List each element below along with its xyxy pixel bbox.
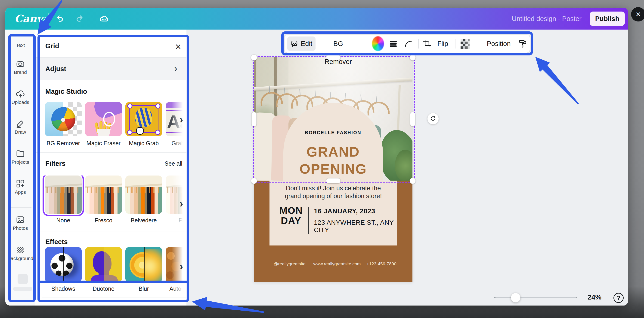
redo-button[interactable] [73,12,86,25]
cloud-sync-icon [99,14,108,23]
redo-icon [75,14,84,23]
poster-body-line2: grand opening of our fashion store! [270,193,397,200]
cloud-sync-button[interactable] [98,12,110,25]
help-button[interactable]: ? [614,293,624,303]
header-divider [92,13,92,24]
resize-handle-bottom-right[interactable] [410,178,416,184]
undo-icon [56,14,65,23]
poster-day-line1: MON [276,205,306,216]
zoom-slider-thumb[interactable] [511,293,520,303]
publish-button[interactable]: Publish [590,11,625,26]
zoom-track-end-dot [576,297,578,298]
poster-day-line2: DAY [276,216,306,226]
annotation-box-toolbar [281,31,533,55]
rotate-handle[interactable] [427,113,439,125]
header-divider [48,13,49,24]
header-bar: Canva Untitled design - Poster Publish [5,8,628,29]
rotate-icon [430,116,436,122]
annotation-box-panel [38,35,189,302]
resize-handle-bottom[interactable] [326,178,340,183]
annotation-line-panel-bottom [38,281,189,283]
resize-handle-right[interactable] [410,112,415,126]
image-selection-border [253,56,415,183]
poster-address: 123 ANYWHERE ST., ANY CITY [314,219,397,234]
resize-handle-left[interactable] [252,112,256,126]
close-window-button[interactable]: × [631,7,644,21]
poster-social-handle: @reallygreatsite [262,261,317,267]
poster-phone: +123-456-7890 [354,261,409,267]
poster-body-line1: Don't miss it! Join us celebrate the [270,185,397,192]
undo-button[interactable] [54,12,66,25]
document-title[interactable]: Untitled design - Poster [510,15,584,22]
zoom-slider-track[interactable] [494,297,577,298]
poster-info-panel: Don't miss it! Join us celebrate the gra… [270,181,397,245]
zoom-level-label[interactable]: 24% [583,293,606,301]
zoom-track-start-dot [494,297,496,298]
poster-divider [308,207,308,234]
poster-date: 16 JANUARY, 2023 [314,207,375,215]
resize-handle-top-left[interactable] [251,54,257,60]
canva-logo[interactable]: Canva [14,13,42,25]
annotation-box-sidebar [8,34,36,302]
resize-handle-bottom-left[interactable] [251,178,257,184]
